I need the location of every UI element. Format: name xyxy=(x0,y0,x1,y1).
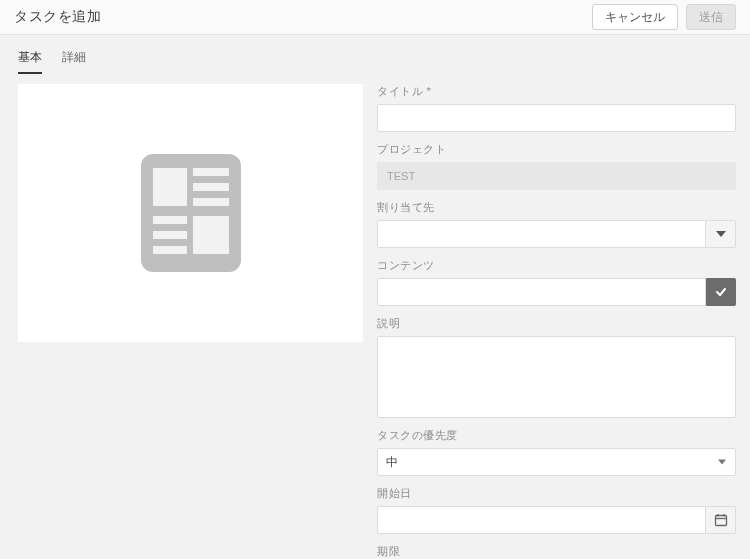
priority-label: タスクの優先度 xyxy=(377,428,736,443)
tab-basic[interactable]: 基本 xyxy=(18,49,42,74)
preview-panel xyxy=(18,84,363,342)
svg-rect-3 xyxy=(193,183,229,191)
start-date-calendar-button[interactable] xyxy=(706,506,736,534)
assignee-input[interactable] xyxy=(377,220,706,248)
svg-rect-1 xyxy=(153,168,187,206)
app-root: タスクを追加 キャンセル 送信 基本 詳細 xyxy=(0,0,750,559)
content-input[interactable] xyxy=(377,278,706,306)
due-date-label: 期限 xyxy=(377,544,736,559)
cancel-button[interactable]: キャンセル xyxy=(592,4,678,30)
svg-rect-5 xyxy=(153,216,187,224)
caret-down-icon xyxy=(716,231,726,237)
svg-rect-8 xyxy=(193,216,229,254)
priority-select[interactable]: 中 xyxy=(377,448,736,476)
title-label: タイトル * xyxy=(377,84,736,99)
dialog-title: タスクを追加 xyxy=(14,8,101,26)
form-panel: タイトル * プロジェクト TEST 割り当て先 コンテンツ xyxy=(377,84,736,559)
svg-rect-4 xyxy=(193,198,229,206)
tab-detail[interactable]: 詳細 xyxy=(62,49,86,74)
svg-rect-2 xyxy=(193,168,229,176)
svg-rect-7 xyxy=(153,246,187,254)
start-date-label: 開始日 xyxy=(377,486,736,501)
title-input[interactable] xyxy=(377,104,736,132)
assignee-label: 割り当て先 xyxy=(377,200,736,215)
check-icon xyxy=(715,286,727,298)
project-label: プロジェクト xyxy=(377,142,736,157)
tabs: 基本 詳細 xyxy=(0,35,750,74)
content-label: コンテンツ xyxy=(377,258,736,273)
calendar-icon xyxy=(714,513,728,527)
description-textarea[interactable] xyxy=(377,336,736,418)
dialog-body: タイトル * プロジェクト TEST 割り当て先 コンテンツ xyxy=(0,74,750,559)
content-check-button[interactable] xyxy=(706,278,736,306)
svg-rect-6 xyxy=(153,231,187,239)
submit-button[interactable]: 送信 xyxy=(686,4,736,30)
project-field: TEST xyxy=(377,162,736,190)
dialog-header: タスクを追加 キャンセル 送信 xyxy=(0,0,750,35)
start-date-input[interactable] xyxy=(377,506,706,534)
header-actions: キャンセル 送信 xyxy=(592,4,736,30)
svg-rect-9 xyxy=(715,516,726,526)
assignee-dropdown-button[interactable] xyxy=(706,220,736,248)
description-label: 説明 xyxy=(377,316,736,331)
document-placeholder-icon xyxy=(141,154,241,272)
